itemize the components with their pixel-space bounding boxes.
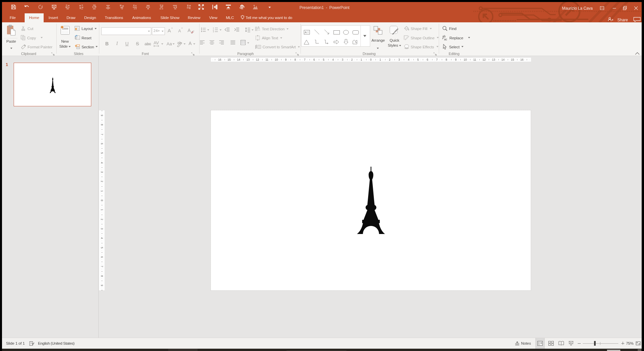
svg-text:A: A bbox=[258, 26, 260, 30]
svg-text:A: A bbox=[305, 31, 307, 34]
svg-text:ac: ac bbox=[444, 38, 447, 41]
svg-text:3: 3 bbox=[213, 31, 214, 32]
